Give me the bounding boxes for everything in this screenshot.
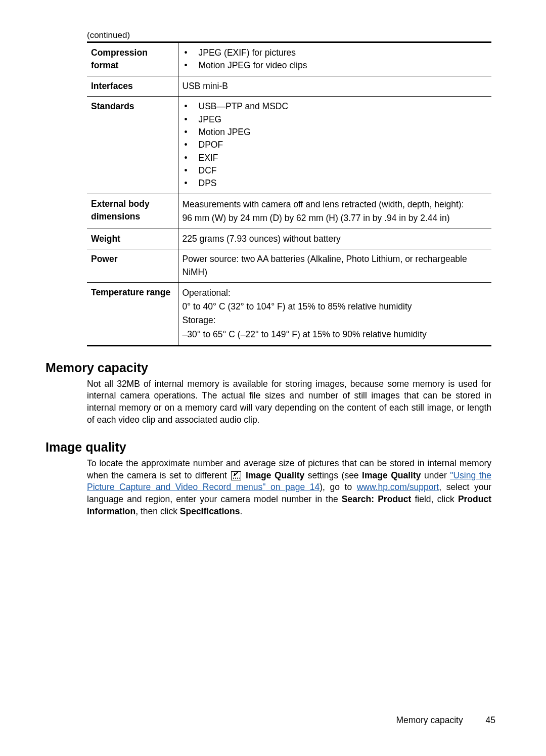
list-item: JPEG: [185, 113, 488, 126]
spec-label: Temperature range: [87, 283, 178, 346]
table-row: Power Power source: two AA batteries (Al…: [87, 249, 491, 283]
table-row: Standards USB—PTP and MSDC JPEG Motion J…: [87, 97, 491, 194]
specifications-table: Compression format JPEG (EXIF) for pictu…: [87, 41, 491, 346]
text-fragment: settings (see: [304, 470, 362, 480]
continued-label: (continued): [87, 30, 500, 40]
spec-value: Measurements with camera off and lens re…: [178, 194, 491, 229]
table-row: Weight 225 grams (7.93 ounces) without b…: [87, 229, 491, 249]
table-row: Compression format JPEG (EXIF) for pictu…: [87, 42, 491, 76]
footer-section-name: Memory capacity: [396, 715, 463, 725]
spec-label: Interfaces: [87, 76, 178, 96]
image-quality-icon: [231, 471, 241, 480]
text-fragment: field, click: [411, 494, 458, 504]
spec-value: JPEG (EXIF) for pictures Motion JPEG for…: [178, 42, 491, 76]
list-item: USB—PTP and MSDC: [185, 100, 488, 113]
memory-capacity-heading: Memory capacity: [46, 361, 500, 375]
bold-text: Specifications: [180, 506, 240, 516]
text-line: Measurements with camera off and lens re…: [183, 198, 488, 211]
image-quality-text: To locate the approximate number and ave…: [87, 458, 491, 517]
text-line: Storage:: [183, 314, 488, 327]
list-item: DCF: [185, 164, 488, 177]
text-line: Operational:: [183, 286, 488, 300]
spec-label: Standards: [87, 97, 178, 194]
table-row: External body dimensions Measurements wi…: [87, 194, 491, 229]
memory-capacity-text: Not all 32MB of internal memory is avail…: [87, 378, 491, 426]
bold-text: Image Quality: [362, 470, 421, 480]
text-fragment: , then click: [135, 506, 180, 516]
spec-value: 225 grams (7.93 ounces) without battery: [178, 229, 491, 249]
text-fragment: .: [240, 506, 242, 516]
text-fragment: under: [421, 470, 450, 480]
list-item: DPOF: [185, 139, 488, 151]
list-item: DPS: [185, 177, 488, 190]
spec-value: Power source: two AA batteries (Alkaline…: [178, 249, 491, 283]
list-item: EXIF: [185, 152, 488, 164]
list-item: Motion JPEG for video clips: [185, 59, 488, 72]
table-row: Temperature range Operational: 0° to 40°…: [87, 283, 491, 346]
page-number: 45: [486, 715, 495, 725]
page-footer: Memory capacity 45: [396, 715, 495, 726]
bold-text: Image Quality: [246, 470, 304, 480]
spec-label: External body dimensions: [87, 194, 178, 229]
text-line: 96 mm (W) by 24 mm (D) by 62 mm (H) (3.7…: [183, 211, 488, 225]
text-line: –30° to 65° C (–22° to 149° F) at 15% to…: [183, 328, 488, 341]
table-row: Interfaces USB mini-B: [87, 76, 491, 96]
list-item: JPEG (EXIF) for pictures: [185, 47, 488, 59]
bold-text: Search: Product: [342, 494, 412, 504]
spec-value: USB mini-B: [178, 76, 491, 96]
text-line: 0° to 40° C (32° to 104° F) at 15% to 85…: [183, 300, 488, 314]
support-url-link[interactable]: www.hp.com/support: [357, 482, 439, 492]
list-item: Motion JPEG: [185, 126, 488, 139]
image-quality-heading: Image quality: [46, 440, 500, 455]
text-fragment: ), go to: [320, 482, 357, 492]
spec-value: USB—PTP and MSDC JPEG Motion JPEG DPOF E…: [178, 97, 491, 194]
spec-label: Power: [87, 249, 178, 283]
spec-label: Weight: [87, 229, 178, 249]
spec-label: Compression format: [87, 42, 178, 76]
spec-value: Operational: 0° to 40° C (32° to 104° F)…: [178, 283, 491, 346]
